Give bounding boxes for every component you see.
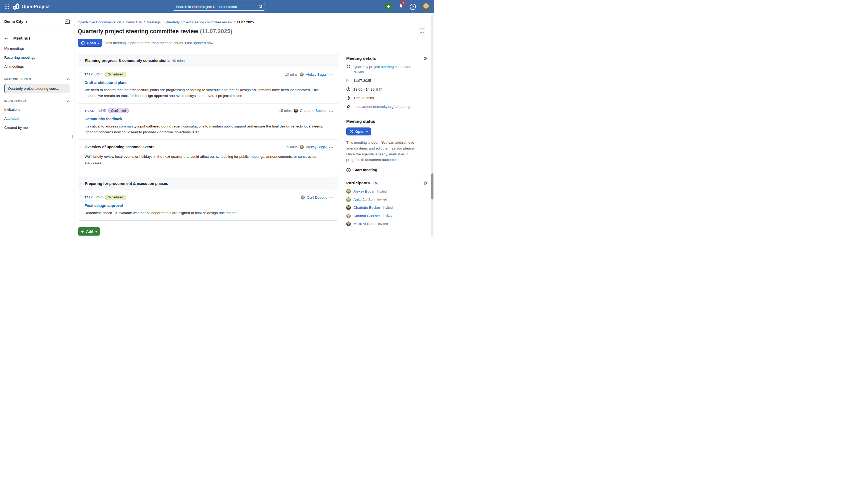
meeting-timezone: BST bbox=[376, 88, 382, 91]
project-selector[interactable]: Demo City bbox=[4, 20, 23, 24]
assignee-link[interactable]: Aleksy Bugaj bbox=[306, 145, 327, 149]
breadcrumb-link[interactable]: OpenProject Documentation bbox=[78, 20, 121, 24]
avatar bbox=[346, 205, 351, 210]
drag-handle-icon[interactable] bbox=[80, 182, 83, 185]
page-scrollbar-track[interactable] bbox=[431, 14, 433, 237]
assignee-link[interactable]: Aleksy Bugaj bbox=[306, 72, 327, 76]
agenda-section-card: Planning progress & community considerat… bbox=[78, 54, 338, 170]
work-package-type[interactable]: TICKET bbox=[85, 109, 96, 112]
item-more-menu[interactable] bbox=[329, 194, 334, 201]
add-agenda-item-button[interactable]: Add bbox=[78, 227, 100, 236]
drag-handle-icon[interactable] bbox=[80, 195, 83, 198]
search-icon[interactable] bbox=[258, 4, 263, 10]
work-package-id: #245 bbox=[98, 109, 106, 113]
global-search bbox=[173, 3, 265, 11]
work-package-type[interactable]: TASK bbox=[85, 196, 93, 199]
participant-link[interactable]: Corinna Günther bbox=[353, 214, 380, 218]
quick-add-button[interactable] bbox=[385, 3, 392, 10]
stopwatch-icon bbox=[346, 96, 351, 100]
sidebar-item-recurring-meetings[interactable]: Recurring meetings bbox=[4, 53, 70, 62]
page-more-menu[interactable] bbox=[418, 28, 426, 37]
chevron-down-icon bbox=[367, 130, 368, 134]
gear-icon[interactable] bbox=[423, 56, 427, 61]
meeting-status-button[interactable]: Open bbox=[346, 128, 371, 135]
breadcrumb-link[interactable]: Demo City bbox=[126, 20, 142, 24]
drag-handle-icon[interactable] bbox=[80, 59, 83, 62]
participant-status: Invited bbox=[377, 198, 387, 201]
drag-handle-icon[interactable] bbox=[80, 108, 83, 112]
participant-link[interactable]: Anke Janßen bbox=[353, 198, 375, 202]
chevron-up-icon[interactable] bbox=[66, 100, 70, 103]
play-circle-icon bbox=[346, 168, 351, 172]
meeting-status-note: This meeting is part of a recurring meet… bbox=[105, 41, 214, 45]
chevron-up-icon[interactable] bbox=[66, 78, 70, 80]
avatar bbox=[294, 109, 298, 113]
meeting-time: 13:00 - 14:30 bbox=[353, 88, 375, 91]
agenda-item: TICKET #245 Confirmed 15 mins Charlotte … bbox=[78, 104, 338, 140]
participant-row: Malik Al-Saud Invited bbox=[346, 222, 427, 226]
avatar bbox=[301, 196, 305, 200]
sidebar-item-invitations[interactable]: Invitations bbox=[4, 105, 70, 114]
item-duration: 10 mins bbox=[285, 72, 298, 76]
link-icon bbox=[346, 104, 351, 109]
breadcrumb-link[interactable]: Meetings bbox=[147, 20, 161, 24]
section-more-menu[interactable] bbox=[329, 57, 335, 64]
gear-icon[interactable] bbox=[423, 181, 427, 185]
back-arrow-icon[interactable] bbox=[4, 35, 9, 41]
meeting-series-header: MEETING SERIES bbox=[4, 77, 31, 81]
item-more-menu[interactable] bbox=[329, 71, 334, 78]
assignee-link[interactable]: Charlotte Becker bbox=[300, 109, 327, 113]
participants-heading: Participants bbox=[346, 181, 370, 185]
item-more-menu[interactable] bbox=[329, 107, 334, 114]
user-avatar[interactable] bbox=[422, 3, 430, 11]
search-input[interactable] bbox=[173, 3, 265, 11]
participant-link[interactable]: Malik Al-Saud bbox=[353, 222, 375, 226]
drag-handle-icon[interactable] bbox=[80, 72, 83, 75]
sidebar-item-created-by-me[interactable]: Created by me bbox=[4, 123, 70, 132]
item-duration: 15 mins bbox=[279, 109, 291, 113]
page-scrollbar-thumb[interactable] bbox=[431, 173, 433, 200]
assignee-link[interactable]: Cyril Dupont bbox=[307, 196, 327, 200]
involvement-header: INVOLVEMENT bbox=[4, 100, 27, 103]
sidebar-item-all-meetings[interactable]: All meetings bbox=[4, 62, 70, 71]
collapse-sidebar-button[interactable] bbox=[65, 20, 70, 24]
sidebar: Demo City Meetings My meetings Recurring… bbox=[0, 13, 74, 238]
help-button[interactable] bbox=[410, 4, 416, 10]
item-more-menu[interactable] bbox=[329, 143, 334, 150]
sidebar-item-attended[interactable]: Attended bbox=[4, 114, 70, 123]
drag-handle-icon[interactable] bbox=[80, 144, 83, 148]
collapse-sidebar-icon bbox=[65, 20, 70, 24]
calendar-icon bbox=[346, 78, 351, 82]
openproject-logo[interactable]: OpenProject bbox=[12, 3, 50, 10]
work-package-type[interactable]: TASK bbox=[85, 73, 93, 76]
meeting-status-button[interactable]: Open bbox=[78, 39, 102, 47]
meeting-date: 11.07.2025 bbox=[353, 78, 371, 83]
sidebar-item-quarterly-series[interactable]: Quarterly project steering com... bbox=[4, 84, 70, 93]
open-status-icon bbox=[349, 130, 353, 134]
participant-row: Anke Janßen Invited bbox=[346, 197, 427, 202]
work-package-link[interactable]: Community feedback bbox=[85, 117, 122, 121]
breadcrumb-link[interactable]: Quarterly project steering committee rev… bbox=[165, 20, 232, 24]
participant-status: Invited bbox=[383, 214, 393, 217]
notifications-button[interactable]: 7 bbox=[398, 3, 404, 10]
work-package-link[interactable]: Draft architectural plans bbox=[85, 80, 127, 85]
page-title-date: (11.07.2025) bbox=[200, 28, 232, 35]
notification-count-badge: 7 bbox=[401, 1, 406, 5]
sidebar-item-my-meetings[interactable]: My meetings bbox=[4, 44, 70, 53]
topbar-actions: 7 bbox=[385, 3, 430, 11]
recurring-meeting-icon bbox=[346, 65, 351, 69]
sidebar-section-title: Meetings bbox=[13, 36, 31, 40]
app-grid-icon[interactable] bbox=[4, 4, 9, 9]
chevron-down-icon[interactable] bbox=[26, 19, 27, 24]
section-more-menu[interactable] bbox=[329, 180, 335, 187]
meeting-series-link[interactable]: Quarterly project steering committee rev… bbox=[353, 64, 415, 75]
meeting-url-link[interactable]: https://meet.democity.org/b/quaterly bbox=[353, 104, 410, 109]
agenda-item-notes: We need to confirm that the architectura… bbox=[85, 87, 325, 99]
participant-link[interactable]: Charlotte Becker bbox=[353, 206, 380, 210]
participant-status: Invited bbox=[377, 190, 387, 193]
participant-row: Charlotte Becker Invited bbox=[346, 205, 427, 210]
participant-link[interactable]: Aleksy Bugaj bbox=[353, 190, 374, 193]
sidebar-resize-handle[interactable] bbox=[72, 134, 73, 139]
start-meeting-button[interactable]: Start meeting bbox=[346, 168, 427, 172]
work-package-link[interactable]: Final design approval bbox=[85, 203, 123, 208]
